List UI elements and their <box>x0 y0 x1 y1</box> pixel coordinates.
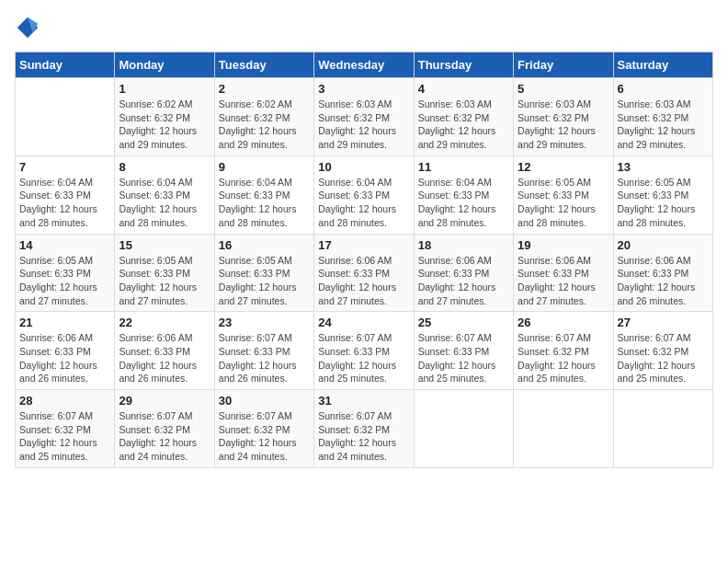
day-info: Sunrise: 6:06 AM Sunset: 6:33 PM Dayligh… <box>618 254 709 308</box>
day-number: 16 <box>219 238 310 252</box>
calendar-cell: 30Sunrise: 6:07 AM Sunset: 6:32 PM Dayli… <box>214 390 313 468</box>
day-info: Sunrise: 6:04 AM Sunset: 6:33 PM Dayligh… <box>119 176 210 230</box>
calendar-cell: 19Sunrise: 6:06 AM Sunset: 6:33 PM Dayli… <box>514 234 613 312</box>
day-number: 23 <box>219 316 310 329</box>
day-info: Sunrise: 6:05 AM Sunset: 6:33 PM Dayligh… <box>518 176 609 230</box>
day-info: Sunrise: 6:06 AM Sunset: 6:33 PM Dayligh… <box>318 254 409 308</box>
calendar-cell: 8Sunrise: 6:04 AM Sunset: 6:33 PM Daylig… <box>115 155 214 234</box>
day-info: Sunrise: 6:06 AM Sunset: 6:33 PM Dayligh… <box>518 254 609 308</box>
calendar-cell: 25Sunrise: 6:07 AM Sunset: 6:33 PM Dayli… <box>414 312 513 390</box>
day-number: 14 <box>19 238 110 252</box>
day-number: 27 <box>618 316 709 329</box>
day-info: Sunrise: 6:04 AM Sunset: 6:33 PM Dayligh… <box>19 176 110 230</box>
day-info: Sunrise: 6:07 AM Sunset: 6:32 PM Dayligh… <box>19 409 110 464</box>
day-number: 11 <box>418 160 509 174</box>
calendar-cell: 7Sunrise: 6:04 AM Sunset: 6:33 PM Daylig… <box>16 155 115 234</box>
calendar-cell: 18Sunrise: 6:06 AM Sunset: 6:33 PM Dayli… <box>414 234 513 312</box>
page-header <box>15 15 713 40</box>
day-number: 25 <box>418 316 509 329</box>
logo <box>15 15 44 40</box>
calendar-cell: 22Sunrise: 6:06 AM Sunset: 6:33 PM Dayli… <box>115 312 214 390</box>
calendar-cell: 12Sunrise: 6:05 AM Sunset: 6:33 PM Dayli… <box>514 155 613 234</box>
day-number: 19 <box>518 238 609 252</box>
weekday-header: Thursday <box>414 52 513 78</box>
calendar-cell: 21Sunrise: 6:06 AM Sunset: 6:33 PM Dayli… <box>16 312 115 390</box>
logo-icon <box>15 15 40 40</box>
day-info: Sunrise: 6:04 AM Sunset: 6:33 PM Dayligh… <box>318 176 409 230</box>
calendar-week-row: 14Sunrise: 6:05 AM Sunset: 6:33 PM Dayli… <box>16 234 713 312</box>
calendar-cell: 26Sunrise: 6:07 AM Sunset: 6:32 PM Dayli… <box>514 312 613 390</box>
day-number: 18 <box>418 238 509 252</box>
day-number: 30 <box>219 394 310 408</box>
day-number: 24 <box>318 316 409 329</box>
calendar-cell: 14Sunrise: 6:05 AM Sunset: 6:33 PM Dayli… <box>16 234 115 312</box>
calendar-cell <box>414 390 513 468</box>
day-info: Sunrise: 6:06 AM Sunset: 6:33 PM Dayligh… <box>119 331 210 385</box>
day-number: 26 <box>518 316 609 329</box>
day-info: Sunrise: 6:07 AM Sunset: 6:32 PM Dayligh… <box>219 409 310 464</box>
day-number: 5 <box>518 82 609 96</box>
day-info: Sunrise: 6:07 AM Sunset: 6:33 PM Dayligh… <box>318 331 409 385</box>
day-info: Sunrise: 6:02 AM Sunset: 6:32 PM Dayligh… <box>219 98 310 152</box>
day-number: 1 <box>119 82 210 96</box>
calendar-cell: 31Sunrise: 6:07 AM Sunset: 6:32 PM Dayli… <box>314 390 414 468</box>
day-info: Sunrise: 6:07 AM Sunset: 6:32 PM Dayligh… <box>318 409 409 464</box>
calendar-cell <box>613 390 712 468</box>
day-info: Sunrise: 6:07 AM Sunset: 6:32 PM Dayligh… <box>518 331 609 385</box>
day-number: 17 <box>318 238 409 252</box>
calendar-cell: 9Sunrise: 6:04 AM Sunset: 6:33 PM Daylig… <box>214 155 313 234</box>
day-number: 22 <box>119 316 210 329</box>
weekday-header: Wednesday <box>314 52 414 78</box>
calendar-cell: 13Sunrise: 6:05 AM Sunset: 6:33 PM Dayli… <box>613 155 712 234</box>
day-info: Sunrise: 6:07 AM Sunset: 6:33 PM Dayligh… <box>219 331 310 385</box>
calendar-cell: 29Sunrise: 6:07 AM Sunset: 6:32 PM Dayli… <box>115 390 214 468</box>
day-number: 28 <box>19 394 110 408</box>
day-number: 31 <box>318 394 409 408</box>
calendar-cell: 16Sunrise: 6:05 AM Sunset: 6:33 PM Dayli… <box>214 234 313 312</box>
calendar-table: SundayMondayTuesdayWednesdayThursdayFrid… <box>15 52 713 468</box>
day-info: Sunrise: 6:06 AM Sunset: 6:33 PM Dayligh… <box>19 331 110 385</box>
calendar-week-row: 1Sunrise: 6:02 AM Sunset: 6:32 PM Daylig… <box>16 78 713 156</box>
day-info: Sunrise: 6:03 AM Sunset: 6:32 PM Dayligh… <box>618 98 709 152</box>
day-info: Sunrise: 6:03 AM Sunset: 6:32 PM Dayligh… <box>418 98 509 152</box>
day-info: Sunrise: 6:05 AM Sunset: 6:33 PM Dayligh… <box>219 254 310 308</box>
calendar-cell: 4Sunrise: 6:03 AM Sunset: 6:32 PM Daylig… <box>414 78 513 156</box>
day-number: 21 <box>19 316 110 329</box>
day-info: Sunrise: 6:05 AM Sunset: 6:33 PM Dayligh… <box>618 176 709 230</box>
day-info: Sunrise: 6:07 AM Sunset: 6:33 PM Dayligh… <box>418 331 509 385</box>
day-info: Sunrise: 6:04 AM Sunset: 6:33 PM Dayligh… <box>418 176 509 230</box>
day-number: 10 <box>318 160 409 174</box>
calendar-cell: 1Sunrise: 6:02 AM Sunset: 6:32 PM Daylig… <box>115 78 214 156</box>
calendar-week-row: 7Sunrise: 6:04 AM Sunset: 6:33 PM Daylig… <box>16 155 713 234</box>
calendar-cell: 28Sunrise: 6:07 AM Sunset: 6:32 PM Dayli… <box>16 390 115 468</box>
day-info: Sunrise: 6:02 AM Sunset: 6:32 PM Dayligh… <box>119 98 210 152</box>
calendar-cell: 17Sunrise: 6:06 AM Sunset: 6:33 PM Dayli… <box>314 234 414 312</box>
calendar-cell: 27Sunrise: 6:07 AM Sunset: 6:32 PM Dayli… <box>613 312 712 390</box>
weekday-header: Monday <box>115 52 214 78</box>
calendar-cell: 23Sunrise: 6:07 AM Sunset: 6:33 PM Dayli… <box>214 312 313 390</box>
day-number: 6 <box>618 82 709 96</box>
calendar-cell: 20Sunrise: 6:06 AM Sunset: 6:33 PM Dayli… <box>613 234 712 312</box>
weekday-header: Sunday <box>16 52 115 78</box>
day-number: 7 <box>19 160 110 174</box>
day-number: 29 <box>119 394 210 408</box>
day-number: 3 <box>318 82 409 96</box>
calendar-cell: 5Sunrise: 6:03 AM Sunset: 6:32 PM Daylig… <box>514 78 613 156</box>
day-info: Sunrise: 6:06 AM Sunset: 6:33 PM Dayligh… <box>418 254 509 308</box>
weekday-header: Saturday <box>613 52 712 78</box>
day-info: Sunrise: 6:03 AM Sunset: 6:32 PM Dayligh… <box>318 98 409 152</box>
day-info: Sunrise: 6:05 AM Sunset: 6:33 PM Dayligh… <box>119 254 210 308</box>
calendar-cell: 3Sunrise: 6:03 AM Sunset: 6:32 PM Daylig… <box>314 78 414 156</box>
weekday-header-row: SundayMondayTuesdayWednesdayThursdayFrid… <box>16 52 713 78</box>
calendar-week-row: 21Sunrise: 6:06 AM Sunset: 6:33 PM Dayli… <box>16 312 713 390</box>
weekday-header: Friday <box>514 52 613 78</box>
calendar-cell: 15Sunrise: 6:05 AM Sunset: 6:33 PM Dayli… <box>115 234 214 312</box>
calendar-cell: 2Sunrise: 6:02 AM Sunset: 6:32 PM Daylig… <box>214 78 313 156</box>
day-number: 2 <box>219 82 310 96</box>
calendar-cell: 24Sunrise: 6:07 AM Sunset: 6:33 PM Dayli… <box>314 312 414 390</box>
calendar-cell: 6Sunrise: 6:03 AM Sunset: 6:32 PM Daylig… <box>613 78 712 156</box>
calendar-week-row: 28Sunrise: 6:07 AM Sunset: 6:32 PM Dayli… <box>16 390 713 468</box>
day-number: 20 <box>618 238 709 252</box>
day-number: 8 <box>119 160 210 174</box>
day-number: 12 <box>518 160 609 174</box>
